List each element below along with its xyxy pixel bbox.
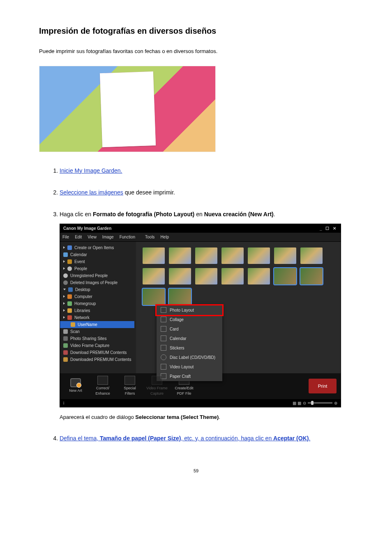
step-3-caption: Aparecerá el cuadro de diálogo Seleccion…	[60, 413, 353, 421]
menu-edit[interactable]: Edit	[75, 234, 82, 240]
step-1: Inicie My Image Garden.	[60, 166, 353, 175]
s4-mid: , etc. y, a continuación, haga clic en	[181, 435, 273, 442]
s4-b2: Aceptar (OK)	[273, 435, 309, 442]
sidebar-event[interactable]: Event	[63, 258, 134, 265]
btn-correct-enhance[interactable]: Correct/ Enhance	[91, 376, 114, 397]
step-4: Defina el tema, Tamaño de papel (Paper S…	[60, 434, 353, 443]
lbl: Collage	[170, 317, 184, 323]
sidebar-computer[interactable]: Computer	[63, 293, 134, 300]
popup-calendar[interactable]: Calendar	[157, 334, 222, 343]
zoom-controls[interactable]: ▦ ▦ ⊖ ⊕	[293, 400, 337, 406]
menu-image[interactable]: Image	[102, 234, 114, 240]
step-3: Haga clic en Formato de fotografía (Phot…	[60, 210, 353, 421]
zoom-out-icon[interactable]: ⊖	[303, 400, 306, 406]
lbl: Paper Craft	[170, 373, 191, 379]
lbl: Calendar	[70, 252, 87, 258]
menu-function[interactable]: Function	[120, 234, 135, 240]
lbl: New Art	[69, 388, 82, 394]
lbl: Create/Edit PDF File	[175, 386, 193, 397]
lbl: Card	[170, 326, 179, 332]
lbl: Video Frame Capture	[70, 342, 109, 349]
lbl: Special Filters	[124, 386, 136, 397]
thumbnail-grid	[136, 242, 341, 311]
sidebar-username[interactable]: UserName	[60, 321, 134, 328]
view-grid-icon[interactable]: ▦ ▦	[293, 400, 301, 406]
step-2: Seleccione las imágenes que desee imprim…	[60, 188, 353, 197]
thumbnail[interactable]	[248, 247, 270, 264]
thumbnail[interactable]	[195, 268, 217, 284]
thumbnail[interactable]	[169, 268, 191, 284]
sidebar-people[interactable]: People	[63, 265, 134, 272]
lbl: Correct/ Enhance	[95, 386, 110, 397]
link-define-theme[interactable]: Defina el tema, Tamaño de papel (Paper S…	[60, 435, 310, 442]
thumbnail-selected[interactable]	[300, 268, 323, 284]
lbl: Calendar	[170, 335, 187, 342]
thumbnail[interactable]	[221, 268, 244, 284]
sidebar-homegroup[interactable]: Homegroup	[63, 300, 134, 307]
popup-card[interactable]: Card	[157, 324, 222, 334]
zoom-in-icon[interactable]: ⊕	[334, 400, 337, 406]
sidebar-desktop[interactable]: Desktop	[63, 286, 134, 293]
menu-view[interactable]: View	[88, 234, 97, 240]
menu-file[interactable]: File	[62, 234, 69, 240]
lbl: Downloaded PREMIUM Contents	[70, 356, 131, 363]
lbl: Photo Sharing Sites	[70, 335, 106, 342]
thumbnail-selected[interactable]	[274, 268, 296, 284]
sidebar-network[interactable]: Network	[63, 314, 134, 321]
s4-b: Tamaño de papel (Paper Size)	[100, 435, 181, 442]
popup-photo-layout[interactable]: Photo Layout	[155, 304, 224, 316]
status-bar: i ▦ ▦ ⊖ ⊕	[60, 399, 341, 407]
lbl: Create or Open Items	[74, 245, 114, 251]
lbl: Disc Label (CD/DVD/BD)	[170, 354, 215, 361]
link-start-my-image-garden[interactable]: Inicie My Image Garden.	[60, 167, 122, 174]
lbl: Photo Layout	[170, 307, 194, 313]
popup-disc-label[interactable]: Disc Label (CD/DVD/BD)	[157, 353, 222, 362]
thumbnail[interactable]	[195, 247, 217, 264]
sidebar-unregistered[interactable]: Unregistered People	[63, 272, 134, 279]
status-info-icon[interactable]: i	[63, 400, 64, 406]
lbl: Libraries	[74, 308, 90, 314]
lbl: Computer	[74, 294, 92, 300]
lbl: Homegroup	[74, 301, 96, 307]
app-title-text: Canon My Image Garden	[63, 225, 111, 231]
btn-print[interactable]: Print	[309, 379, 337, 393]
app-titlebar: Canon My Image Garden _ ☐ ✕	[60, 224, 341, 233]
thumbnail[interactable]	[274, 247, 296, 264]
btn-video-frame-capture[interactable]: Video Frame Capture	[145, 376, 168, 397]
sidebar-scan[interactable]: Scan	[63, 328, 134, 335]
thumbnail[interactable]	[300, 247, 323, 264]
window-controls[interactable]: _ ☐ ✕	[320, 225, 337, 231]
thumbnail[interactable]	[143, 247, 165, 264]
sidebar-deleted-people[interactable]: Deleted Images of People	[63, 279, 134, 286]
thumbnail[interactable]	[221, 247, 244, 264]
btn-new-art[interactable]: New Art	[64, 378, 87, 394]
thumbnail[interactable]	[143, 268, 165, 284]
popup-collage[interactable]: Collage	[157, 315, 222, 324]
sidebar-libraries[interactable]: Libraries	[63, 307, 134, 314]
popup-video-layout[interactable]: Video Layout	[157, 362, 222, 372]
page-title: Impresión de fotografías en diversos dis…	[39, 25, 353, 37]
app-menu-bar: File Edit View Image Function Tools Help	[60, 233, 341, 242]
lbl: Network	[74, 314, 90, 321]
btn-special-filters[interactable]: Special Filters	[118, 376, 141, 397]
thumbnail[interactable]	[248, 268, 270, 284]
menu-help[interactable]: Help	[160, 234, 169, 240]
sidebar-photo-sharing[interactable]: Photo Sharing Sites	[63, 335, 134, 342]
thumbnail-selected[interactable]	[169, 289, 191, 305]
sidebar: Create or Open Items Calendar Event Peop…	[60, 242, 136, 373]
sidebar-calendar[interactable]: Calendar	[63, 251, 134, 258]
lbl: Stickers	[170, 345, 184, 351]
thumbnail[interactable]	[169, 247, 191, 264]
menu-tools[interactable]: Tools	[145, 234, 154, 240]
cap-end: .	[219, 414, 220, 420]
thumbnail-selected[interactable]	[143, 289, 165, 305]
main-area: Photo Layout Collage Card Calendar Stick…	[136, 242, 341, 373]
lbl: Desktop	[75, 287, 90, 293]
sidebar-create-open[interactable]: Create or Open Items	[63, 244, 134, 251]
sidebar-download-premium[interactable]: Download PREMIUM Contents	[63, 349, 134, 356]
sidebar-video-frame[interactable]: Video Frame Capture	[63, 342, 134, 349]
sidebar-downloaded-premium[interactable]: Downloaded PREMIUM Contents	[63, 356, 134, 363]
popup-stickers[interactable]: Stickers	[157, 343, 222, 353]
link-select-images[interactable]: Seleccione las imágenes	[60, 189, 123, 196]
new-art-popup: Photo Layout Collage Card Calendar Stick…	[157, 305, 222, 381]
